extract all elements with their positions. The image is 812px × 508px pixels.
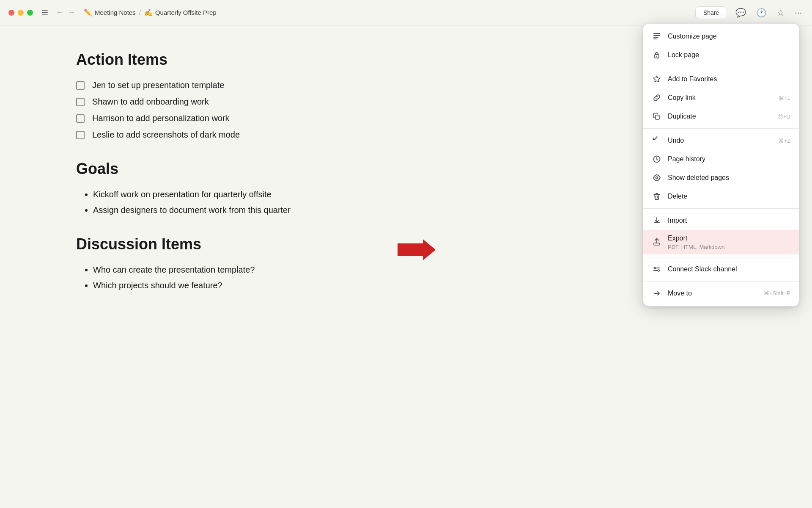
copy-link-icon (652, 93, 662, 103)
move-to-icon (652, 288, 662, 298)
svg-point-6 (656, 56, 657, 57)
menu-divider-3 (643, 208, 799, 209)
meeting-notes-icon: ✏️ (84, 8, 92, 17)
page-history-label: Page history (668, 155, 790, 163)
goal-item: Kickoff work on presentation for quarter… (93, 190, 736, 199)
comment-icon[interactable]: 💬 (734, 6, 748, 19)
menu-item-customize-page[interactable]: Customize page (643, 27, 799, 46)
checklist-item: Jen to set up presentation template (76, 80, 736, 90)
menu-divider-1 (643, 67, 799, 67)
move-to-shortcut: ⌘+Shift+P (764, 290, 790, 296)
breadcrumb-parent[interactable]: ✏️ Meeting Notes (84, 8, 136, 17)
hamburger-icon[interactable]: ☰ (41, 8, 48, 17)
checklist-item: Shawn to add onboarding work (76, 97, 736, 107)
export-icon (652, 237, 662, 247)
checklist-label-3: Harrison to add personalization work (92, 113, 230, 123)
goals-heading: Goals (76, 160, 736, 178)
export-label: Export (668, 234, 790, 243)
svg-rect-4 (653, 39, 657, 39)
breadcrumb-child[interactable]: ✍️ Quarterly Offsite Prep (144, 8, 217, 17)
customize-page-label: Customize page (668, 33, 790, 40)
checklist-label-2: Shawn to add onboarding work (92, 97, 209, 107)
back-arrow[interactable]: ← (56, 8, 63, 17)
checklist-item: Harrison to add personalization work (76, 113, 736, 123)
export-text: Export PDF, HTML, Markdown (668, 234, 790, 250)
star-icon[interactable]: ☆ (775, 6, 786, 19)
undo-shortcut: ⌘+Z (778, 138, 790, 144)
discussion-item: Which projects should we feature? (93, 281, 736, 290)
delete-icon (652, 191, 662, 202)
undo-label: Undo (668, 137, 772, 144)
more-icon[interactable]: ··· (793, 6, 804, 19)
traffic-lights (8, 10, 33, 16)
svg-rect-3 (653, 37, 658, 38)
menu-divider-5 (643, 281, 799, 282)
breadcrumb-parent-label: Meeting Notes (95, 9, 136, 16)
svg-point-9 (656, 177, 658, 179)
svg-rect-1 (653, 33, 660, 34)
copy-link-shortcut: ⌘+L (779, 95, 790, 101)
show-deleted-label: Show deleted pages (668, 174, 790, 182)
forward-arrow[interactable]: → (68, 8, 75, 17)
duplicate-shortcut: ⌘+D (778, 113, 790, 120)
move-to-label: Move to (668, 290, 758, 297)
checkbox-3[interactable] (76, 114, 85, 123)
checklist-label-4: Leslie to add screenshots of dark mode (92, 130, 240, 140)
lock-page-icon (652, 50, 662, 60)
menu-divider-4 (643, 257, 799, 257)
connect-slack-label: Connect Slack channel (668, 265, 790, 273)
goals-list: Kickoff work on presentation for quarter… (76, 190, 736, 215)
menu-item-add-favorites[interactable]: Add to Favorites (643, 70, 799, 88)
delete-label: Delete (668, 193, 790, 200)
show-deleted-icon (652, 173, 662, 183)
menu-item-undo[interactable]: Undo ⌘+Z (643, 131, 799, 150)
checkbox-2[interactable] (76, 98, 85, 106)
duplicate-icon (652, 111, 662, 121)
goal-item: Assign designers to document work from t… (93, 205, 736, 215)
discussion-item: Who can create the presentation template… (93, 265, 736, 275)
svg-rect-7 (656, 115, 659, 119)
add-favorites-label: Add to Favorites (668, 75, 790, 83)
share-button[interactable]: Share (695, 6, 727, 19)
page-history-icon (652, 154, 662, 164)
import-icon (652, 215, 662, 226)
titlebar: ☰ ← → ✏️ Meeting Notes / ✍️ Quarterly Of… (0, 0, 812, 25)
minimize-button[interactable] (18, 10, 24, 16)
svg-rect-12 (654, 243, 660, 245)
menu-divider-2 (643, 128, 799, 129)
menu-item-export[interactable]: Export PDF, HTML, Markdown (643, 230, 799, 254)
menu-item-import[interactable]: Import (643, 211, 799, 230)
maximize-button[interactable] (27, 10, 33, 16)
add-favorites-icon (652, 74, 662, 84)
breadcrumb-child-label: Quarterly Offsite Prep (155, 9, 217, 16)
duplicate-label: Duplicate (668, 113, 772, 120)
discussion-heading: Discussion Items (76, 235, 736, 253)
copy-link-label: Copy link (668, 94, 773, 102)
history-icon[interactable]: 🕐 (754, 6, 768, 19)
menu-item-duplicate[interactable]: Duplicate ⌘+D (643, 107, 799, 126)
checkbox-1[interactable] (76, 81, 85, 90)
menu-item-connect-slack[interactable]: Connect Slack channel (643, 260, 799, 279)
svg-point-13 (654, 267, 656, 269)
close-button[interactable] (8, 10, 14, 16)
menu-item-delete[interactable]: Delete (643, 187, 799, 206)
menu-item-copy-link[interactable]: Copy link ⌘+L (643, 88, 799, 107)
breadcrumb-separator: / (139, 9, 141, 16)
customize-page-icon (652, 31, 662, 41)
menu-item-page-history[interactable]: Page history (643, 150, 799, 168)
context-menu: Customize page Lock page Add to Favorite… (643, 23, 799, 306)
offsite-prep-icon: ✍️ (144, 8, 153, 17)
undo-icon (652, 135, 662, 146)
checklist-label-1: Jen to set up presentation template (92, 80, 224, 90)
titlebar-actions: Share 💬 🕐 ☆ ··· (695, 6, 804, 19)
discussion-list: Who can create the presentation template… (76, 265, 736, 290)
menu-item-move-to[interactable]: Move to ⌘+Shift+P (643, 284, 799, 303)
action-items-heading: Action Items (76, 51, 736, 69)
checkbox-4[interactable] (76, 131, 85, 139)
menu-item-lock-page[interactable]: Lock page (643, 46, 799, 64)
connect-slack-icon (652, 264, 662, 274)
menu-item-show-deleted[interactable]: Show deleted pages (643, 168, 799, 187)
import-label: Import (668, 217, 790, 224)
svg-rect-2 (653, 35, 660, 36)
breadcrumb: ✏️ Meeting Notes / ✍️ Quarterly Offsite … (84, 8, 695, 17)
